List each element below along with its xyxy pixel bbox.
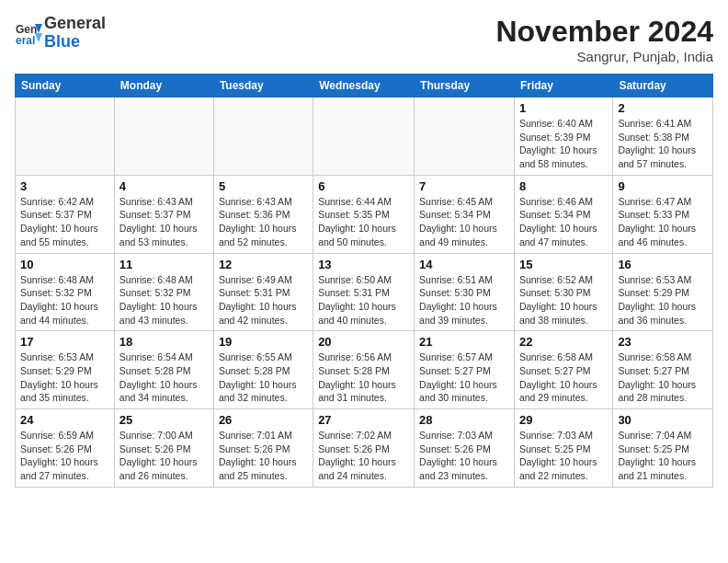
- week-row-3: 17Sunrise: 6:53 AM Sunset: 5:29 PM Dayli…: [16, 331, 713, 409]
- day-info: Sunrise: 6:48 AM Sunset: 5:32 PM Dayligh…: [20, 273, 109, 327]
- weekday-header-saturday: Saturday: [613, 75, 713, 98]
- day-info: Sunrise: 6:42 AM Sunset: 5:37 PM Dayligh…: [20, 195, 109, 249]
- calendar-cell: [415, 98, 515, 176]
- calendar-cell: 9Sunrise: 6:47 AM Sunset: 5:33 PM Daylig…: [613, 175, 713, 253]
- calendar-cell: 22Sunrise: 6:58 AM Sunset: 5:27 PM Dayli…: [514, 331, 612, 409]
- day-info: Sunrise: 7:02 AM Sunset: 5:26 PM Dayligh…: [318, 429, 409, 483]
- calendar-cell: 8Sunrise: 6:46 AM Sunset: 5:34 PM Daylig…: [514, 175, 612, 253]
- calendar-cell: 21Sunrise: 6:57 AM Sunset: 5:27 PM Dayli…: [415, 331, 515, 409]
- day-info: Sunrise: 7:00 AM Sunset: 5:26 PM Dayligh…: [119, 429, 209, 483]
- calendar-cell: 18Sunrise: 6:54 AM Sunset: 5:28 PM Dayli…: [114, 331, 213, 409]
- calendar-cell: 16Sunrise: 6:53 AM Sunset: 5:29 PM Dayli…: [613, 253, 713, 331]
- month-title: November 2024: [495, 15, 713, 49]
- calendar-cell: 28Sunrise: 7:03 AM Sunset: 5:26 PM Dayli…: [415, 409, 515, 488]
- calendar-cell: 26Sunrise: 7:01 AM Sunset: 5:26 PM Dayli…: [213, 409, 313, 488]
- day-info: Sunrise: 6:58 AM Sunset: 5:27 PM Dayligh…: [618, 350, 708, 405]
- day-number: 28: [419, 413, 509, 427]
- day-number: 23: [618, 335, 708, 349]
- day-number: 20: [318, 335, 409, 349]
- calendar-cell: 3Sunrise: 6:42 AM Sunset: 5:37 PM Daylig…: [16, 175, 115, 253]
- calendar-cell: 24Sunrise: 6:59 AM Sunset: 5:26 PM Dayli…: [16, 409, 115, 488]
- day-number: 12: [219, 258, 308, 271]
- week-row-1: 3Sunrise: 6:42 AM Sunset: 5:37 PM Daylig…: [16, 175, 713, 253]
- calendar-cell: [16, 98, 115, 176]
- day-number: 1: [519, 101, 608, 115]
- weekday-header-friday: Friday: [514, 75, 612, 98]
- logo-line2: Blue: [44, 33, 106, 52]
- day-info: Sunrise: 6:53 AM Sunset: 5:29 PM Dayligh…: [618, 273, 708, 327]
- day-number: 21: [419, 335, 509, 349]
- day-number: 27: [318, 413, 409, 427]
- calendar-cell: 12Sunrise: 6:49 AM Sunset: 5:31 PM Dayli…: [213, 253, 313, 331]
- day-number: 5: [219, 179, 308, 193]
- calendar-cell: 14Sunrise: 6:51 AM Sunset: 5:30 PM Dayli…: [415, 253, 515, 331]
- day-info: Sunrise: 7:01 AM Sunset: 5:26 PM Dayligh…: [219, 429, 308, 483]
- day-info: Sunrise: 6:51 AM Sunset: 5:30 PM Dayligh…: [419, 273, 509, 327]
- day-number: 14: [419, 258, 509, 271]
- day-info: Sunrise: 6:58 AM Sunset: 5:27 PM Dayligh…: [519, 350, 608, 405]
- calendar-cell: 4Sunrise: 6:43 AM Sunset: 5:37 PM Daylig…: [114, 175, 213, 253]
- week-row-0: 1Sunrise: 6:40 AM Sunset: 5:39 PM Daylig…: [16, 98, 713, 176]
- logo: Gen eral General Blue: [15, 15, 106, 52]
- day-info: Sunrise: 6:41 AM Sunset: 5:38 PM Dayligh…: [618, 117, 708, 171]
- day-info: Sunrise: 7:03 AM Sunset: 5:26 PM Dayligh…: [419, 429, 509, 483]
- calendar-cell: 13Sunrise: 6:50 AM Sunset: 5:31 PM Dayli…: [313, 253, 415, 331]
- calendar-cell: 25Sunrise: 7:00 AM Sunset: 5:26 PM Dayli…: [114, 409, 213, 488]
- calendar-cell: 30Sunrise: 7:04 AM Sunset: 5:25 PM Dayli…: [613, 409, 713, 488]
- calendar-cell: 20Sunrise: 6:56 AM Sunset: 5:28 PM Dayli…: [313, 331, 415, 409]
- day-number: 9: [618, 179, 708, 193]
- day-number: 13: [318, 258, 409, 271]
- weekday-header-monday: Monday: [114, 75, 213, 98]
- calendar-cell: 15Sunrise: 6:52 AM Sunset: 5:30 PM Dayli…: [514, 253, 612, 331]
- calendar-cell: 2Sunrise: 6:41 AM Sunset: 5:38 PM Daylig…: [613, 98, 713, 176]
- calendar-cell: [114, 98, 213, 176]
- page: Gen eral General Blue November 2024 Sang…: [0, 0, 728, 497]
- calendar-cell: 19Sunrise: 6:55 AM Sunset: 5:28 PM Dayli…: [213, 331, 313, 409]
- weekday-header-thursday: Thursday: [415, 75, 515, 98]
- svg-text:eral: eral: [16, 34, 35, 46]
- weekday-header-tuesday: Tuesday: [213, 75, 313, 98]
- day-info: Sunrise: 7:03 AM Sunset: 5:25 PM Dayligh…: [519, 429, 608, 483]
- day-info: Sunrise: 6:40 AM Sunset: 5:39 PM Dayligh…: [519, 117, 608, 171]
- day-number: 19: [219, 335, 308, 349]
- calendar: SundayMondayTuesdayWednesdayThursdayFrid…: [15, 74, 713, 488]
- weekday-header-row: SundayMondayTuesdayWednesdayThursdayFrid…: [16, 75, 713, 98]
- weekday-header-wednesday: Wednesday: [313, 75, 415, 98]
- day-number: 17: [20, 335, 109, 349]
- day-number: 18: [119, 335, 209, 349]
- day-info: Sunrise: 6:49 AM Sunset: 5:31 PM Dayligh…: [219, 273, 308, 327]
- week-row-4: 24Sunrise: 6:59 AM Sunset: 5:26 PM Dayli…: [16, 409, 713, 488]
- calendar-cell: 1Sunrise: 6:40 AM Sunset: 5:39 PM Daylig…: [514, 98, 612, 176]
- day-info: Sunrise: 6:46 AM Sunset: 5:34 PM Dayligh…: [519, 195, 608, 249]
- day-number: 6: [318, 179, 409, 193]
- day-info: Sunrise: 6:55 AM Sunset: 5:28 PM Dayligh…: [219, 350, 308, 405]
- day-info: Sunrise: 6:43 AM Sunset: 5:36 PM Dayligh…: [219, 195, 308, 249]
- week-row-2: 10Sunrise: 6:48 AM Sunset: 5:32 PM Dayli…: [16, 253, 713, 331]
- day-number: 30: [618, 413, 708, 427]
- calendar-cell: 17Sunrise: 6:53 AM Sunset: 5:29 PM Dayli…: [16, 331, 115, 409]
- calendar-cell: 23Sunrise: 6:58 AM Sunset: 5:27 PM Dayli…: [613, 331, 713, 409]
- calendar-cell: 6Sunrise: 6:44 AM Sunset: 5:35 PM Daylig…: [313, 175, 415, 253]
- day-number: 16: [618, 258, 708, 271]
- day-number: 7: [419, 179, 509, 193]
- day-info: Sunrise: 6:54 AM Sunset: 5:28 PM Dayligh…: [119, 350, 209, 405]
- day-info: Sunrise: 6:47 AM Sunset: 5:33 PM Dayligh…: [618, 195, 708, 249]
- logo-line1: General: [44, 15, 106, 33]
- logo-text: General Blue: [44, 15, 106, 52]
- calendar-cell: 10Sunrise: 6:48 AM Sunset: 5:32 PM Dayli…: [16, 253, 115, 331]
- calendar-cell: 11Sunrise: 6:48 AM Sunset: 5:32 PM Dayli…: [114, 253, 213, 331]
- header: Gen eral General Blue November 2024 Sang…: [15, 15, 713, 64]
- day-number: 22: [519, 335, 608, 349]
- calendar-cell: 7Sunrise: 6:45 AM Sunset: 5:34 PM Daylig…: [415, 175, 515, 253]
- calendar-cell: [313, 98, 415, 176]
- day-number: 29: [519, 413, 608, 427]
- day-info: Sunrise: 6:45 AM Sunset: 5:34 PM Dayligh…: [419, 195, 509, 249]
- day-info: Sunrise: 6:43 AM Sunset: 5:37 PM Dayligh…: [119, 195, 209, 249]
- day-number: 25: [119, 413, 209, 427]
- day-info: Sunrise: 7:04 AM Sunset: 5:25 PM Dayligh…: [618, 429, 708, 483]
- calendar-cell: 29Sunrise: 7:03 AM Sunset: 5:25 PM Dayli…: [514, 409, 612, 488]
- location: Sangrur, Punjab, India: [495, 49, 713, 64]
- day-number: 15: [519, 258, 608, 271]
- weekday-header-sunday: Sunday: [16, 75, 115, 98]
- calendar-cell: 5Sunrise: 6:43 AM Sunset: 5:36 PM Daylig…: [213, 175, 313, 253]
